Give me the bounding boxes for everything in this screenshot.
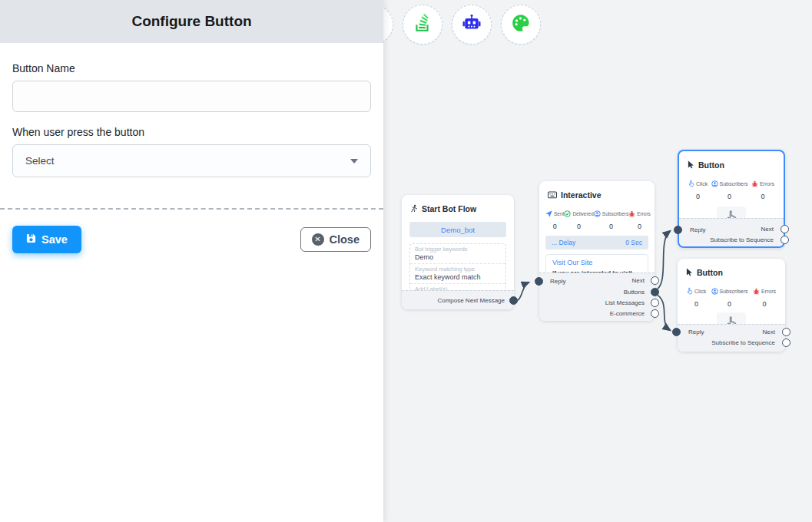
subscribe-sequence-output-port[interactable]: [781, 236, 789, 244]
click-icon: [688, 177, 694, 190]
panel-header: Configure Button: [0, 0, 383, 43]
compose-next-message-port[interactable]: [509, 296, 518, 305]
stat-errors: Errors 0: [753, 284, 776, 308]
panel-title: Configure Button: [131, 13, 251, 30]
reply-input-port[interactable]: [535, 277, 543, 286]
save-button-label: Save: [41, 233, 68, 246]
stat-subscribers: Subscribers 0: [711, 177, 748, 200]
node-title: Start Bot Flow: [422, 204, 476, 213]
button-name-label: Button Name: [12, 62, 371, 74]
bug-icon: [753, 284, 760, 298]
stat-click: Click 0: [688, 177, 708, 200]
list-messages-output-port[interactable]: [651, 299, 659, 307]
button-stats: Click 0 Subscribers 0: [678, 282, 785, 308]
button-node-header: Button: [679, 151, 784, 175]
subscriber-icon: [711, 177, 718, 190]
click-icon: [687, 284, 693, 298]
chevron-down-icon: [350, 159, 358, 164]
output-label: Next: [632, 276, 645, 285]
panel-actions: Save ✕ Close: [0, 210, 383, 253]
next-output-port[interactable]: [781, 225, 789, 233]
output-label: Subscribe to Sequence: [711, 339, 775, 347]
toolbar-item-stack[interactable]: [403, 5, 442, 45]
output-label: E-commerce: [610, 309, 645, 318]
subscriber-icon: [594, 206, 601, 220]
delay-label: ... Delay: [552, 239, 575, 246]
bug-icon: [628, 206, 635, 220]
next-output-port[interactable]: [782, 328, 790, 336]
stat-click: Click 0: [687, 284, 706, 308]
subscribe-sequence-output-port[interactable]: [782, 339, 790, 347]
close-button[interactable]: ✕ Close: [300, 227, 372, 252]
interactive-node[interactable]: Interactive Sent 0: [539, 181, 655, 321]
start-node-footer: Compose Next Message: [402, 290, 514, 309]
delay-value: 0 Sec: [625, 239, 642, 246]
field-value: Exact keyword match: [415, 273, 501, 281]
subscriber-icon: [711, 284, 718, 298]
stat-delivered: Delivered 0: [564, 206, 593, 230]
bot-name: Demo_bot: [441, 226, 475, 234]
delay-setting[interactable]: ... Delay 0 Sec: [545, 236, 648, 249]
toolbar-item-theme[interactable]: [501, 5, 541, 45]
input-label: Reply: [690, 226, 705, 234]
save-button[interactable]: Save: [12, 226, 81, 253]
reply-input-port[interactable]: [672, 328, 681, 336]
field-label: Keyword matching type: [415, 266, 501, 273]
next-output-port[interactable]: [651, 276, 659, 285]
stack-icon: [413, 13, 433, 36]
configure-button-panel: Configure Button Button Name When user p…: [0, 0, 383, 522]
buttons-output-port[interactable]: [651, 288, 659, 296]
cursor-icon: [686, 266, 693, 279]
robot-icon: [462, 13, 482, 36]
cursor-icon: [688, 158, 694, 172]
bug-icon: [751, 177, 758, 190]
close-button-label: Close: [330, 233, 360, 246]
stat-subscribers: Subscribers 0: [711, 284, 748, 308]
output-label: Next: [763, 328, 775, 336]
button-node-top[interactable]: Button Click 0: [678, 150, 785, 248]
stat-sent: Sent 0: [545, 206, 564, 230]
start-bot-flow-node[interactable]: Start Bot Flow Demo_bot Bot trigger keyw…: [402, 195, 514, 309]
button-stats: Click 0 Subscribers 0: [679, 175, 784, 200]
button-name-input[interactable]: [12, 81, 371, 112]
output-label: Next: [761, 225, 774, 233]
press-button-label: When user press the button: [12, 126, 371, 138]
button-node-header: Button: [678, 259, 785, 282]
field-value: Demo: [415, 253, 501, 261]
check-circle-icon: [564, 206, 571, 220]
toolbar-item-bot[interactable]: [452, 5, 492, 45]
panel-body: Button Name When user press the button S…: [0, 43, 383, 177]
send-icon: [545, 206, 552, 220]
output-label: Subscribe to Sequence: [710, 236, 774, 244]
field-row: Keyword matching type Exact keyword matc…: [410, 263, 505, 283]
press-button-select[interactable]: Select: [12, 144, 371, 177]
flow-builder-screen: Start Bot Flow Demo_bot Bot trigger keyw…: [0, 0, 812, 522]
input-label: Reply: [550, 277, 565, 286]
interactive-node-header: Interactive: [539, 181, 655, 205]
reply-input-port[interactable]: [674, 226, 682, 234]
message-title: Visit Our Site: [552, 259, 641, 266]
bot-name-pill[interactable]: Demo_bot: [409, 222, 506, 237]
node-title: Interactive: [561, 190, 602, 200]
select-value: Select: [25, 155, 55, 167]
node-title: Button: [697, 268, 723, 277]
close-icon: ✕: [312, 233, 324, 246]
stat-errors: Errors 0: [628, 206, 651, 230]
interactive-stats: Sent 0 Delivered 0: [539, 205, 655, 230]
field-row: Bot trigger keywords Demo: [410, 244, 505, 263]
stat-subscribers: Subscribers 0: [594, 206, 628, 230]
runner-icon: [410, 202, 418, 216]
node-title: Button: [698, 160, 724, 170]
start-node-header: Start Bot Flow: [402, 195, 514, 219]
keyboard-icon: [548, 188, 557, 202]
ecommerce-output-port[interactable]: [651, 309, 659, 318]
stat-errors: Errors 0: [751, 177, 774, 200]
output-label: Compose Next Message: [437, 296, 505, 305]
floppy-icon: [26, 233, 36, 246]
palette-icon: [511, 13, 531, 36]
output-label: Buttons: [624, 288, 645, 296]
output-label: List Messages: [605, 299, 645, 307]
field-label: Bot trigger keywords: [415, 246, 501, 253]
input-label: Reply: [688, 328, 704, 336]
button-node-bottom[interactable]: Button Click 0: [678, 259, 785, 352]
